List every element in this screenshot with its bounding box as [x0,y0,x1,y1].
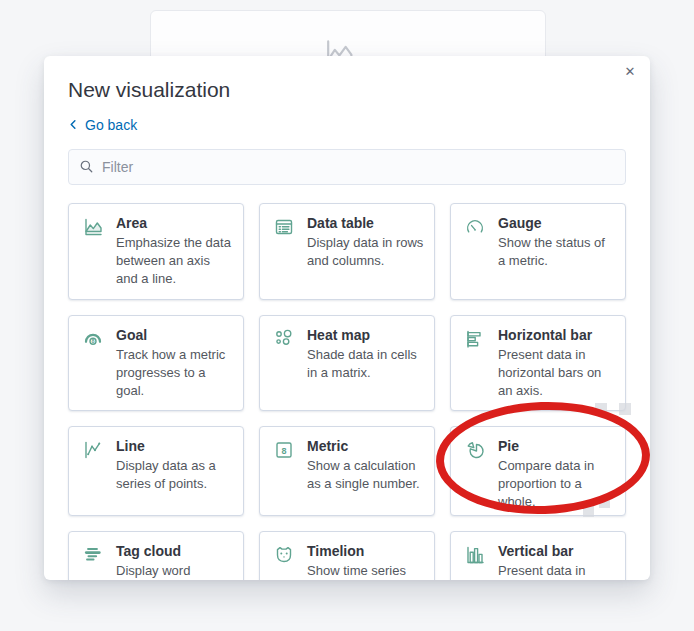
vis-card-horizontal-bar[interactable]: Horizontal bar Present data in horizonta… [450,315,626,411]
chevron-left-icon [68,119,79,130]
vertical-bar-icon [464,543,486,565]
go-back-label: Go back [85,117,137,133]
vis-card-heat-map[interactable]: Heat map Shade data in cells in a matrix… [259,315,435,411]
card-title: Data table [307,215,424,231]
vis-card-gauge[interactable]: Gauge Show the status of a metric. [450,203,626,300]
vis-card-tag-cloud[interactable]: Tag cloud Display word frequency with fo… [68,531,244,581]
metric-icon: 8 [273,438,295,460]
card-title: Area [116,215,233,231]
card-title: Pie [498,438,615,454]
card-title: Tag cloud [116,543,233,559]
card-description: Present data in horizontal bars on an ax… [498,346,615,401]
visualization-type-grid: Area Emphasize the data between an axis … [68,203,626,581]
close-icon[interactable]: ✕ [620,62,640,82]
vis-card-area[interactable]: Area Emphasize the data between an axis … [68,203,244,300]
tag-cloud-icon [82,543,104,565]
page-background: ✕ New visualization Go back Area Emphasi… [0,0,694,631]
line-chart-icon [82,438,104,460]
vis-card-vertical-bar[interactable]: Vertical bar Present data in vertical ba… [450,531,626,581]
svg-text:8: 8 [281,445,286,455]
card-title: Goal [116,327,233,343]
vis-card-data-table[interactable]: Data table Display data in rows and colu… [259,203,435,300]
card-description: Shade data in cells in a matrix. [307,346,424,383]
card-description: Show the status of a metric. [498,234,615,271]
vis-card-metric[interactable]: 8 Metric Show a calculation as a single … [259,426,435,516]
vis-card-line[interactable]: Line Display data as a series of points. [68,426,244,516]
new-visualization-modal: ✕ New visualization Go back Area Emphasi… [44,56,650,580]
gauge-icon [464,215,486,237]
data-table-icon [273,215,295,237]
svg-text:8: 8 [91,338,94,344]
card-description: Display word frequency with font size. [116,562,233,581]
vis-card-goal[interactable]: 8 Goal Track how a metric progresses to … [68,315,244,411]
filter-search-field[interactable] [68,149,626,185]
card-title: Timelion [307,543,424,559]
card-description: Show a calculation as a single number. [307,457,424,494]
search-icon [79,159,94,174]
card-title: Horizontal bar [498,327,615,343]
card-description: Show time series data on a graph. [307,562,424,581]
card-title: Heat map [307,327,424,343]
card-description: Present data in vertical bars on an axis… [498,562,615,581]
card-description: Display data in rows and columns. [307,234,424,271]
area-chart-icon [82,215,104,237]
card-description: Display data as a series of points. [116,457,233,494]
heat-map-icon [273,327,295,349]
card-title: Line [116,438,233,454]
filter-input[interactable] [102,159,615,175]
card-description: Track how a metric progresses to a goal. [116,346,233,401]
horizontal-bar-icon [464,327,486,349]
timelion-icon [273,543,295,565]
pie-chart-icon [464,438,486,460]
card-description: Emphasize the data between an axis and a… [116,234,233,289]
card-description: Compare data in proportion to a whole. [498,457,615,512]
modal-title: New visualization [68,78,626,102]
card-title: Metric [307,438,424,454]
card-title: Vertical bar [498,543,615,559]
go-back-link[interactable]: Go back [68,117,137,133]
vis-card-timelion[interactable]: Timelion Show time series data on a grap… [259,531,435,581]
card-title: Gauge [498,215,615,231]
goal-icon: 8 [82,327,104,349]
vis-card-pie[interactable]: Pie Compare data in proportion to a whol… [450,426,626,516]
